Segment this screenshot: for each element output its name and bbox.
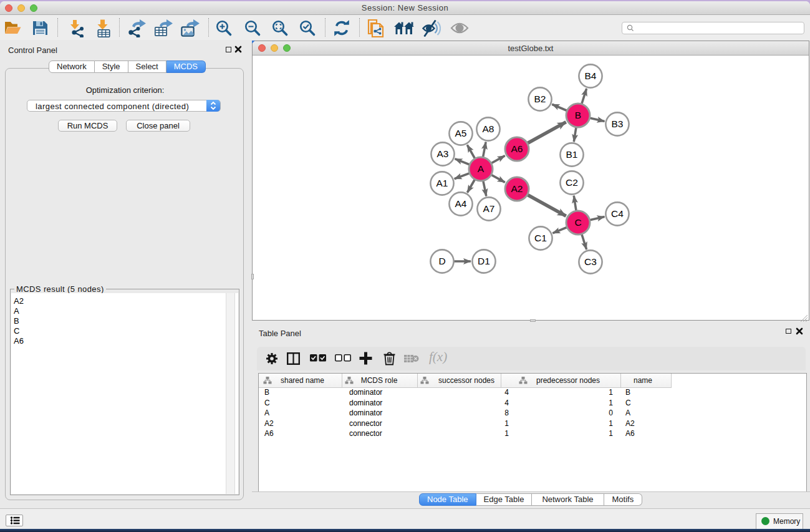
svg-text:D1: D1	[478, 256, 490, 266]
svg-text:A7: A7	[483, 203, 495, 214]
svg-text:C4: C4	[611, 208, 624, 219]
svg-text:B4: B4	[585, 70, 597, 81]
svg-text:A1: A1	[436, 178, 448, 188]
svg-text:A6: A6	[511, 143, 523, 154]
svg-text:D: D	[438, 256, 445, 266]
svg-text:A8: A8	[483, 123, 494, 134]
svg-text:B: B	[575, 110, 581, 120]
svg-text:A2: A2	[511, 183, 523, 194]
svg-text:A3: A3	[437, 148, 449, 159]
svg-text:C3: C3	[584, 256, 597, 267]
svg-text:B2: B2	[534, 94, 546, 104]
svg-text:B1: B1	[566, 149, 578, 160]
svg-text:B3: B3	[612, 118, 624, 129]
svg-text:A5: A5	[455, 128, 467, 138]
svg-text:C1: C1	[534, 233, 547, 243]
svg-text:C2: C2	[566, 177, 578, 188]
svg-text:A4: A4	[455, 198, 467, 209]
svg-text:A: A	[478, 163, 485, 174]
svg-text:C: C	[574, 217, 581, 228]
